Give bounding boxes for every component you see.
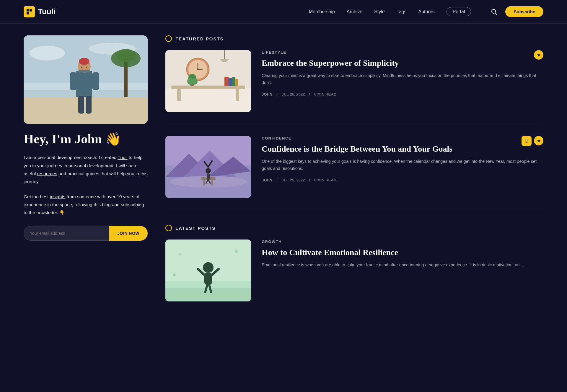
svg-rect-41: [229, 78, 232, 86]
svg-rect-19: [70, 72, 77, 90]
lock-badge: 🔒: [522, 136, 532, 146]
nav-authors[interactable]: Authors: [418, 9, 435, 14]
svg-point-8: [30, 46, 65, 60]
post-content-simplicity: ★ LIFESTYLE Embrace the Superpower of Si…: [262, 50, 543, 112]
post-content-growth: GROWTH How to Cultivate Emotional Resili…: [262, 240, 543, 301]
post-excerpt-3: Emotional resilience is when you are abl…: [262, 262, 543, 269]
post-date-2: JUL 25, 2022: [282, 178, 305, 182]
svg-point-34: [197, 68, 199, 70]
author-bio-2: Get the best insights from someone with …: [24, 193, 148, 216]
navigation: Tuuli Membership Archive Style Tags Auth…: [0, 0, 567, 24]
svg-rect-61: [165, 288, 251, 301]
featured-dot: [165, 35, 172, 42]
resources-link[interactable]: resources: [37, 171, 57, 176]
svg-rect-20: [92, 72, 99, 90]
logo-icon: [24, 6, 35, 17]
logo[interactable]: Tuuli: [24, 6, 56, 17]
svg-rect-18: [78, 70, 90, 73]
svg-point-69: [234, 250, 238, 253]
post-excerpt-1: Clearing your mind is a great way to sta…: [262, 72, 543, 86]
author-heading: Hey, I'm John 👋: [24, 132, 148, 146]
svg-point-39: [192, 78, 198, 85]
latest-post-1: GROWTH How to Cultivate Emotional Resili…: [165, 240, 543, 313]
post-date-1: JUL 26, 2022: [282, 92, 305, 96]
featured-post-2: 🔒 ★ CONFIDENCE Confidence is the Bridge …: [165, 136, 543, 210]
svg-point-17: [79, 58, 89, 65]
latest-dot: [165, 225, 172, 231]
star-badge: ★: [534, 50, 543, 60]
nav-tags[interactable]: Tags: [397, 9, 407, 14]
author-sidebar: Hey, I'm John 👋 I am a personal developm…: [24, 35, 148, 325]
subscribe-button[interactable]: Subscribe: [505, 6, 543, 17]
svg-rect-22: [86, 96, 92, 114]
svg-rect-1: [30, 9, 32, 12]
star-badge-2: ★: [534, 136, 543, 145]
post-thumbnail-confidence[interactable]: [165, 136, 251, 198]
post-thumbnail-growth[interactable]: [165, 240, 251, 301]
latest-section-header: LATEST POSTS: [165, 225, 543, 231]
post-excerpt-2: One of the biggest keys to achieving you…: [262, 158, 543, 172]
post-meta-2: JOHN / JUL 25, 2022 / 6 MIN READ: [262, 178, 543, 182]
email-input[interactable]: [24, 226, 109, 241]
svg-rect-28: [177, 89, 181, 101]
nav-archive[interactable]: Archive: [347, 9, 362, 14]
svg-point-24: [86, 67, 87, 68]
svg-rect-54: [207, 173, 210, 180]
svg-point-68: [179, 253, 181, 255]
svg-rect-42: [232, 77, 235, 86]
join-now-button[interactable]: JOIN NOW: [109, 226, 148, 241]
svg-point-70: [173, 273, 176, 276]
author-image: [24, 35, 148, 124]
nav-portal[interactable]: Portal: [447, 7, 471, 16]
search-button[interactable]: [489, 6, 499, 17]
post-read-time-1: 6 MIN READ: [314, 92, 336, 96]
post-author-2: JOHN: [262, 178, 272, 182]
post-category-1: LIFESTYLE: [262, 50, 543, 55]
svg-rect-0: [27, 9, 29, 12]
svg-rect-63: [204, 273, 212, 285]
svg-rect-15: [76, 71, 92, 97]
post-badges-confidence: 🔒 ★: [522, 136, 543, 146]
svg-rect-52: [211, 180, 213, 186]
tuuli-link[interactable]: Tuuli: [118, 155, 128, 160]
featured-section-header: FEATURED POSTS: [165, 35, 543, 42]
svg-rect-40: [224, 77, 229, 86]
nav-style[interactable]: Style: [374, 9, 385, 14]
post-title-1[interactable]: Embrace the Superpower of Simplicity: [262, 58, 543, 68]
post-thumbnail-simplicity[interactable]: [165, 50, 251, 112]
nav-membership[interactable]: Membership: [309, 9, 335, 14]
svg-point-23: [81, 67, 83, 68]
svg-rect-21: [78, 96, 84, 114]
featured-post-1: ★ LIFESTYLE Embrace the Superpower of Si…: [165, 50, 543, 124]
post-badges-simplicity: ★: [534, 50, 543, 60]
logo-text: Tuuli: [38, 7, 56, 16]
latest-section: LATEST POSTS: [165, 222, 543, 313]
email-signup-form: JOIN NOW: [24, 226, 148, 241]
post-title-3[interactable]: How to Cultivate Emotional Resilience: [262, 247, 543, 257]
svg-rect-3: [30, 12, 32, 14]
author-bio-1: I am a personal development coach. I cre…: [24, 153, 148, 186]
post-title-2[interactable]: Confidence is the Bridge Between You and…: [262, 144, 543, 154]
svg-point-14: [115, 49, 136, 62]
post-category-3: GROWTH: [262, 240, 543, 244]
svg-rect-51: [203, 180, 205, 186]
post-author-1: JOHN: [262, 92, 272, 96]
svg-rect-43: [235, 79, 238, 86]
post-read-time-2: 6 MIN READ: [314, 178, 336, 182]
post-meta-1: JOHN / JUL 26, 2022 / 6 MIN READ: [262, 92, 543, 96]
latest-section-title: LATEST POSTS: [175, 226, 216, 231]
svg-point-53: [206, 168, 211, 173]
svg-line-5: [495, 13, 497, 14]
svg-point-62: [203, 262, 214, 273]
post-content-confidence: 🔒 ★ CONFIDENCE Confidence is the Bridge …: [262, 136, 543, 198]
svg-rect-2: [27, 12, 29, 14]
svg-rect-29: [236, 89, 239, 101]
post-category-2: CONFIDENCE: [262, 136, 543, 140]
featured-section-title: FEATURED POSTS: [175, 36, 224, 41]
insights-link[interactable]: insights: [50, 194, 66, 199]
main-content: FEATURED POSTS: [165, 35, 543, 325]
